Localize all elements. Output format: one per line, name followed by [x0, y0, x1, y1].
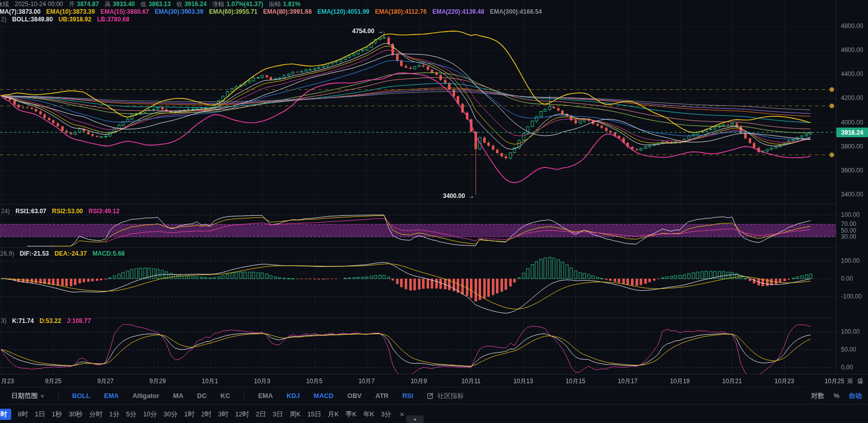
timeframe-tab[interactable]: 3分 — [381, 410, 391, 419]
axis-toggle-liquidation[interactable]: 爆 — [857, 377, 863, 386]
ohlc-field: 低3863.13 — [141, 1, 171, 8]
ema-legend-item: EMA(120):4051.99 — [318, 8, 370, 15]
toolbar-divider — [244, 392, 244, 400]
ohlc-field-value: 3874.87 — [77, 1, 99, 8]
ema-legend-item: EMA(7):3873.00 — [0, 8, 41, 15]
date-tick: 10月23 — [774, 377, 794, 386]
scale-option-自动[interactable]: 自动 — [849, 391, 862, 401]
timeframe-tab[interactable]: 1秒 — [51, 410, 62, 419]
contract-type-label: 永续 — [0, 1, 9, 8]
macd-row-item: DIF:-21.53 — [20, 250, 49, 257]
timeframe-tab[interactable]: 周K — [290, 410, 301, 419]
timeframe-tab[interactable]: 年K — [363, 410, 375, 419]
indicator-button-ma[interactable]: MA — [173, 392, 183, 400]
indicator-button-ema[interactable]: EMA — [258, 392, 273, 400]
rsi-params-truncated: 24) — [1, 208, 10, 215]
timeframe-tab[interactable]: 30分 — [164, 410, 177, 419]
scale-option-percent[interactable]: % — [833, 392, 839, 400]
ohlc-field: 收3916.24 — [176, 1, 206, 8]
date-tick: 月23 — [1, 377, 14, 386]
scale-option-对数[interactable]: 对数 — [811, 391, 824, 401]
timeframe-tab[interactable]: 30秒 — [69, 410, 83, 419]
timeframe-tab[interactable]: 3时 — [218, 410, 228, 419]
timeframe-tab-selected[interactable]: 时 — [0, 409, 11, 420]
rsi-row-item: RSI2:53.00 — [52, 208, 83, 215]
date-tick: 10月13 — [513, 377, 533, 386]
indicator-button-macd[interactable]: MACD — [313, 392, 333, 400]
axis-toggle-chips[interactable]: 筹 — [847, 377, 853, 386]
price-tick: 3800.00 — [841, 143, 863, 150]
kdj-tick: 0.00 — [841, 364, 853, 371]
ohlc-field: 开3874.87 — [69, 1, 99, 8]
timeframe-tab[interactable]: 15日 — [307, 410, 321, 419]
macd-tick: 0.00 — [841, 275, 853, 282]
price-tick: 4000.00 — [841, 119, 863, 126]
candlestick-chart-canvas[interactable] — [0, 0, 868, 423]
ema-legend-item: EMA(15):3880.67 — [100, 8, 149, 15]
indicator-button-kdj[interactable]: KDJ — [286, 392, 300, 400]
timeframe-tab[interactable]: 10分 — [143, 410, 157, 419]
price-tick: 3400.00 — [841, 191, 863, 198]
date-tick: 9月29 — [149, 377, 166, 386]
date-tick: 10月1 — [202, 377, 218, 386]
macd-params-truncated: ,26,9) — [0, 250, 14, 257]
right-arrow-icon: → — [377, 28, 383, 35]
price-tick: 4600.00 — [841, 46, 863, 54]
date-tick: 10月3 — [254, 377, 270, 386]
timeframe-tab[interactable]: 1时 — [185, 410, 195, 419]
trading-chart-app: 永续2025-10-24 00:00开3874.87高3933.40低3863.… — [0, 0, 868, 423]
kdj-row-item: J:108.77 — [67, 317, 91, 325]
indicator-button-kc[interactable]: KC — [221, 392, 230, 400]
ohlc-field-value: 1.81% — [283, 1, 300, 8]
date-axis[interactable]: 月239月259月279月2910月110月310月510月710月910月11… — [0, 374, 868, 387]
timeframe-tab[interactable]: 2日 — [256, 410, 266, 419]
ema-legend-item: EMA(300):4166.54 — [490, 8, 542, 15]
indicator-button-obv[interactable]: OBV — [347, 392, 361, 400]
chevron-down-icon: ∨ — [40, 393, 45, 399]
scale-options: 对数%自动 — [811, 387, 862, 404]
indicator-button-rsi[interactable]: RSI — [402, 392, 413, 400]
timeframe-tab[interactable]: 1日 — [35, 410, 45, 419]
indicator-button-dc[interactable]: DC — [197, 392, 207, 400]
ohlc-field-value: 1.07%(41.37) — [226, 1, 263, 8]
date-tick: 10月21 — [722, 377, 742, 386]
indicator-button-ema[interactable]: EMA — [104, 392, 119, 400]
date-range-button[interactable]: 日期范围∨ — [11, 391, 44, 401]
timeframe-tab[interactable]: 分时 — [89, 410, 102, 419]
indicator-button-alligator[interactable]: Alligator — [133, 392, 160, 400]
ohlc-field-label: 涨幅 — [212, 1, 224, 8]
timeframe-tab[interactable]: 2时 — [201, 410, 212, 419]
timeframe-tab[interactable]: 月K — [328, 410, 339, 419]
ohlc-field-label: 低 — [141, 1, 147, 8]
ohlc-field-value: 3933.40 — [113, 1, 135, 8]
close-icon[interactable]: × — [400, 410, 405, 418]
community-indicators-label: 社区指标 — [437, 391, 464, 401]
ema-legend-item: EMA(60):3955.71 — [209, 8, 257, 15]
edit-square-icon — [427, 392, 434, 399]
rsi-row-item: RSI1:63.07 — [15, 208, 46, 215]
timeframe-tab[interactable]: 5分 — [126, 410, 136, 419]
timeframe-tab[interactable]: 3日 — [273, 410, 283, 419]
date-tick: 10月17 — [618, 377, 638, 386]
boll-row-item: LB:3780.68 — [97, 16, 129, 23]
collapse-arrow-button[interactable]: ▲ — [406, 415, 424, 423]
date-tick: 10月15 — [566, 377, 586, 386]
indicator-button-atr[interactable]: ATR — [375, 392, 388, 400]
ema-legend-item: EMA(80):3991.68 — [263, 8, 311, 15]
ohlc-field-label: 振幅 — [269, 1, 281, 8]
annotation-value: 3400.00 — [443, 192, 465, 200]
timeframe-tab[interactable]: 1分 — [109, 410, 119, 419]
kdj-params-truncated: 3) — [1, 317, 7, 325]
right-arrow-icon: → — [468, 192, 474, 200]
kdj-row-item: D:53.22 — [39, 317, 61, 325]
indicator-button-boll[interactable]: BOLL — [72, 392, 90, 400]
price-tick: 4200.00 — [841, 94, 863, 102]
rsi-tick: 30.00 — [841, 233, 856, 240]
last-price-badge: 3916.24 — [836, 128, 868, 137]
ohlc-field: 高3933.40 — [104, 1, 135, 8]
timeframe-tab[interactable]: 8时 — [18, 410, 28, 419]
timeframe-tab[interactable]: 12时 — [235, 410, 249, 419]
timeframe-tab[interactable]: 季K — [346, 410, 357, 419]
community-indicators-button[interactable]: 社区指标 — [427, 391, 464, 401]
ohlc-field-value: 3916.24 — [185, 1, 206, 8]
